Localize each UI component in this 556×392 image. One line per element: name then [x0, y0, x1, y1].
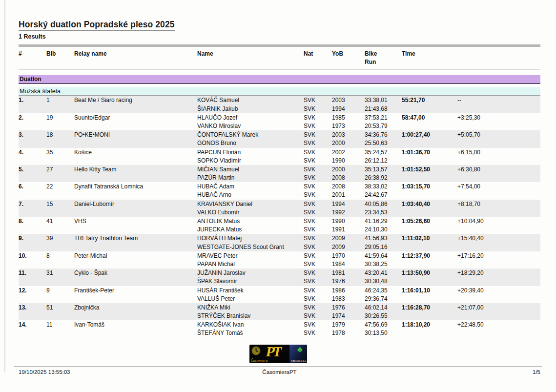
relay-name-cell: František-Peter	[74, 287, 197, 303]
split-time-cell: 41:16,2924:10,30	[365, 217, 402, 234]
split-time-cell: 37:53,2120:53,79	[365, 114, 402, 130]
result-row: 9.39TRI Tatry Triathlon TeamHORVÁTH Mate…	[19, 234, 540, 251]
nat-cell-line: SVK	[304, 200, 332, 208]
yob-cell-line: 2000	[332, 139, 365, 147]
nat-cell: SVKSVK	[304, 114, 332, 130]
athlete-name-cell-line: KARKOŠIAK Ivan	[197, 321, 304, 329]
yob-cell-line: 1983	[332, 295, 365, 303]
yob-cell: 20092009	[332, 234, 365, 251]
athlete-name-cell-line: PAPAN Michal	[197, 260, 304, 268]
nat-cell-line: SVK	[304, 252, 332, 260]
split-time-cell: 41:56,9329:05,16	[365, 234, 402, 251]
nat-cell: SVKSVK	[304, 165, 332, 182]
rank-cell: 14.	[19, 321, 46, 337]
total-time-cell: 58:47,00	[402, 114, 457, 130]
split-time-cell: 41:59,6430:38,25	[365, 252, 402, 268]
gap-cell: +17:16,20	[457, 252, 540, 268]
relay-name-cell: Daniel-Ľubomír	[74, 200, 197, 217]
athlete-name-cell: JUŽANIN JaroslavŠPAK Slavomír	[197, 269, 304, 286]
yob-cell-line: 2003	[332, 131, 365, 139]
athlete-name-cell-line: HLAUČO Jozef	[197, 114, 304, 122]
nat-cell-line: SVK	[304, 139, 332, 147]
relay-name-cell: VHS	[74, 217, 197, 234]
results-count: 1 Results	[19, 33, 540, 40]
relay-name-cell: Ivan-Tomáš	[74, 321, 197, 337]
rank-cell: 10.	[19, 252, 46, 268]
yob-cell-line: 2008	[332, 183, 365, 191]
split-time-cell: 43:20,4130:30,48	[365, 269, 402, 286]
relay-name-cell: Beat Me / Siaro racing	[74, 96, 197, 113]
gap-cell: +21:07,00	[457, 304, 540, 320]
yob-cell-line: 2001	[332, 191, 365, 199]
total-time-cell: 1:18:10,20	[402, 321, 457, 337]
split-time-cell-line: 46:24,35	[365, 287, 402, 295]
athlete-name-cell: KRAVIANSKY DanielVALKO Ľubomír	[197, 200, 304, 217]
rank-cell: 13.	[19, 304, 46, 320]
gap-cell: +5:05,70	[457, 131, 540, 147]
nat-cell-line: SVK	[304, 208, 332, 217]
header-relay-name: Relay name	[74, 50, 197, 67]
split-time-cell-line: 20:53,79	[365, 122, 402, 130]
yob-cell-line: 2002	[332, 148, 365, 157]
nat-cell: SVKSVK	[304, 183, 332, 199]
nat-cell: SVKSVK	[304, 96, 332, 113]
yob-cell-line: 1990	[332, 217, 365, 226]
clover-icon: ♣	[297, 345, 303, 354]
table-header-row: # Bib Relay name Name Nat YoB Bike Run T…	[19, 47, 540, 69]
bib-cell: 22	[46, 183, 74, 199]
total-time-cell: 1:00:27,40	[402, 131, 457, 147]
split-time-cell-line: 37:53,21	[365, 114, 402, 122]
result-row: 3.18PO•KE•MONIČONTOFALSKÝ MarekGONOS Bru…	[19, 130, 540, 147]
yob-cell: 20032000	[332, 131, 365, 147]
relay-name-cell: Peter-Michal	[74, 252, 197, 268]
yob-cell-line: 2009	[332, 234, 365, 243]
athlete-name-cell: KNIŽKA MikiSTRÝČEK Branislav	[197, 304, 304, 320]
split-time-cell-line: 41:56,93	[365, 234, 402, 243]
split-time-cell-line: 23:34,53	[365, 208, 402, 217]
gap-cell: +6:15,00	[457, 148, 540, 165]
nat-cell-line: SVK	[304, 321, 332, 329]
yob-cell-line: 2009	[332, 243, 365, 251]
total-time-cell: 1:12:37,90	[402, 252, 457, 268]
split-time-cell-line: 38:33,02	[365, 183, 402, 191]
split-time-cell: 46:24,3529:36,74	[365, 287, 402, 303]
nat-cell-line: SVK	[304, 122, 332, 130]
split-time-cell-line: 29:36,74	[365, 295, 402, 303]
split-time-cell-line: 35:13,57	[365, 165, 402, 174]
relay-name-cell: PO•KE•MONI	[74, 131, 197, 147]
split-time-cell-line: 47:56,69	[365, 321, 402, 329]
yob-cell-line: 2003	[332, 96, 365, 104]
rank-cell: 3.	[19, 131, 46, 147]
athlete-name-cell-line: ŠPAK Slavomír	[197, 277, 304, 286]
athlete-name-cell-line: GONOS Bruno	[197, 139, 304, 147]
result-row: 11.31Cyklo - ŠpakJUŽANIN JaroslavŠPAK Sl…	[19, 268, 540, 286]
nat-cell-line: SVK	[304, 114, 332, 122]
athlete-name-cell-line: WESTGATE-JONES Scout Grant	[197, 243, 304, 251]
results-document-page: Horský duatlon Popradské pleso 2025 1 Re…	[0, 0, 556, 392]
athlete-name-cell-line: ŠTEFÁNY Tomáš	[197, 329, 304, 337]
total-time-cell: 1:03:40,40	[402, 200, 457, 217]
result-row: 10.8Peter-MichalMRAVEC PeterPAPAN Michal…	[19, 251, 540, 268]
bib-cell: 51	[46, 304, 74, 320]
split-time-cell-line: 30:26,55	[365, 312, 402, 320]
gap-cell: +10:04,90	[457, 217, 540, 234]
total-time-cell: 1:13:50,90	[402, 269, 457, 286]
relay-name-cell: Hello Kitty Team	[74, 165, 197, 182]
yob-cell: 20002008	[332, 165, 365, 182]
athlete-name-cell: HUBAČ AdamHUBAČ Arno	[197, 183, 304, 199]
split-time-cell-line: 43:20,41	[365, 269, 402, 277]
split-time-cell-line: 41:59,64	[365, 252, 402, 260]
rank-cell: 6.	[19, 183, 46, 199]
nat-cell-line: SVK	[304, 269, 332, 277]
yob-cell: 19791978	[332, 321, 365, 337]
relay-name-cell: Suunto/Edgar	[74, 114, 197, 130]
split-time-cell-line: 46:02,14	[365, 304, 402, 312]
yob-cell-line: 1973	[332, 122, 365, 130]
athlete-name-cell-line: KNIŽKA Miki	[197, 304, 304, 312]
rank-cell: 7.	[19, 200, 46, 217]
yob-cell: 19811976	[332, 269, 365, 286]
athlete-name-cell-line: MIČIAN Samuel	[197, 165, 304, 174]
logo-company-text: Smilová s.r.o.	[286, 359, 307, 363]
bib-cell: 15	[46, 200, 74, 217]
gap-cell: +7:54,00	[457, 183, 540, 199]
